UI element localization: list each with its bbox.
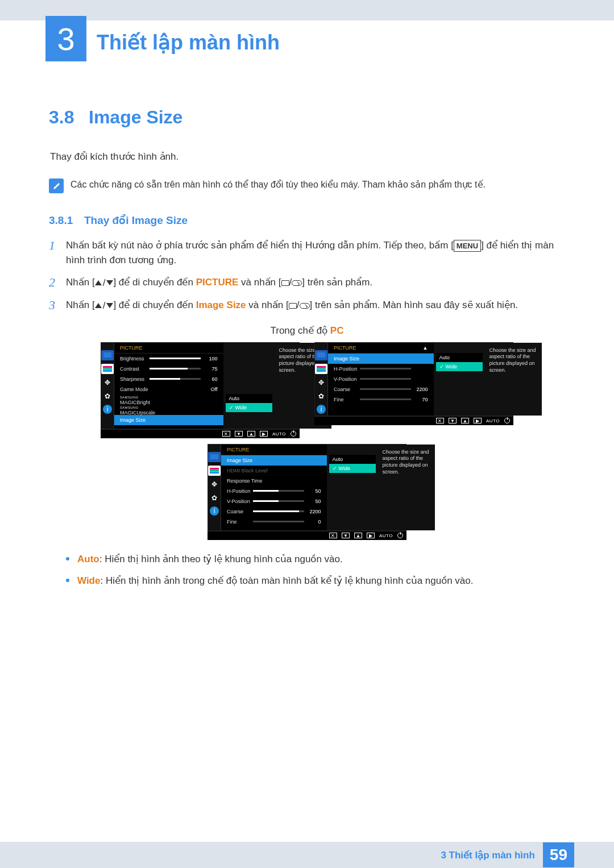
osd-footer: ✕ ▼ ▲ ▶ AUTO (314, 416, 513, 425)
right-icon: ▶ (367, 533, 375, 538)
osd-footer: ✕ ▼ ▲ ▶ AUTO (101, 429, 300, 438)
osd-row-imagesize: Image Size (328, 354, 434, 364)
color-tab-icon (101, 364, 114, 374)
osd-option-wide: Wide (329, 464, 376, 473)
info-tab-icon: i (317, 405, 326, 414)
osd-panel-1: ✥ ✿ i PICTURE Brightness 100 (101, 342, 300, 438)
svg-rect-6 (317, 368, 326, 369)
note-text: Các chức năng có sẵn trên màn hình có th… (70, 178, 486, 191)
osd-footer: ✕ ▼ ▲ ▶ AUTO (208, 531, 406, 540)
picture-tab-icon (101, 350, 114, 360)
bullet-dot-icon (66, 579, 69, 582)
osd-description: Choose the size and aspect ratio of the … (378, 445, 435, 530)
up-down-icon: / (95, 276, 114, 290)
info-tab-icon: i (103, 405, 112, 414)
up-icon: ▲ (461, 418, 469, 423)
section-title: Image Size (89, 107, 182, 128)
osd-title: PICTURE▲ (328, 343, 434, 354)
power-icon (397, 533, 403, 538)
osd-row-imagesize: Image Size (221, 455, 327, 466)
close-icon: ✕ (436, 418, 444, 423)
mode-label: Trong chế độ PC (49, 325, 565, 337)
svg-rect-1 (103, 366, 112, 368)
step-body-1: Nhấn bất kỳ nút nào ở phía trước sản phẩ… (66, 238, 565, 267)
chapter-title: Thiết lập màn hình (97, 31, 280, 55)
osd-row-sharpness: Sharpness 60 (114, 374, 223, 384)
osd-row-fine: Fine 0 (221, 517, 327, 527)
down-icon: ▼ (235, 431, 243, 437)
osd-row-magicbright: SAMSUNGMAGICBright (114, 394, 223, 405)
color-tab-icon (208, 466, 221, 476)
bullet-auto: Auto: Hiển thị hình ảnh theo tỷ lệ khung… (66, 553, 565, 567)
step-body-2: Nhấn [/] để di chuyển đến PICTURE và nhấ… (66, 275, 372, 290)
osd-row-contrast: Contrast 75 (114, 364, 223, 374)
osd-row-fine: Fine 70 (328, 394, 434, 405)
enter-icon (292, 280, 302, 286)
footer-page-number: 59 (543, 842, 574, 867)
size-tab-icon: ✥ (208, 479, 221, 489)
osd-option-auto: Auto (329, 455, 376, 464)
up-icon: ▲ (247, 431, 255, 437)
section-description: Thay đổi kích thước hình ảnh. (50, 151, 565, 163)
osd-row-magicupscale: SAMSUNGMAGICUpscale (114, 405, 223, 415)
osd-row-vposition: V-Position 50 (221, 496, 327, 506)
bullet-wide: Wide: Hiển thị hình ảnh trong chế độ toà… (66, 574, 565, 588)
settings-tab-icon: ✿ (208, 493, 221, 503)
chapter-number-box: 3 (45, 16, 86, 61)
osd-option-auto: Auto (436, 353, 483, 362)
osd-title: PICTURE (114, 343, 223, 354)
step-number-1: 1 (49, 238, 66, 253)
settings-tab-icon: ✿ (101, 391, 114, 401)
step-number-2: 2 (49, 275, 66, 290)
svg-rect-3 (103, 370, 112, 372)
svg-rect-10 (210, 470, 219, 471)
rect-icon (289, 303, 297, 309)
up-icon: ▲ (354, 533, 362, 538)
subsection-number: 3.8.1 (49, 214, 84, 227)
close-icon: ✕ (222, 431, 230, 437)
osd-row-hposition: H-Position (328, 364, 434, 374)
svg-rect-2 (103, 368, 112, 369)
svg-rect-5 (317, 366, 326, 368)
svg-rect-7 (317, 370, 326, 372)
power-icon (504, 418, 510, 423)
down-icon: ▼ (342, 533, 350, 538)
osd-option-auto: Auto (226, 394, 272, 403)
color-tab-icon (315, 364, 327, 374)
osd-row-brightness: Brightness 100 (114, 354, 223, 364)
osd-row-gamemode: Game Mode Off (114, 384, 223, 394)
size-tab-icon: ✥ (101, 377, 114, 388)
osd-panel-3: ✥ ✿ i PICTURE Image Size (208, 444, 406, 540)
subsection-title: Thay đổi Image Size (84, 214, 188, 227)
power-icon (291, 431, 296, 437)
osd-description: Choose the size and aspect ratio of the … (485, 343, 542, 416)
svg-rect-9 (210, 468, 219, 470)
section-number: 3.8 (49, 107, 89, 128)
osd-row-responsetime: Response Time (221, 476, 327, 486)
osd-row-imagesize: Image Size (114, 415, 223, 425)
svg-rect-4 (317, 352, 325, 358)
down-icon: ▼ (449, 418, 457, 423)
osd-row-coarse: Coarse 2200 (328, 384, 434, 394)
info-tab-icon: i (210, 506, 219, 516)
osd-option-wide: Wide (436, 362, 483, 371)
bullet-dot-icon (66, 557, 69, 560)
enter-icon (300, 303, 310, 309)
settings-tab-icon: ✿ (315, 391, 327, 401)
osd-row-hdmi-blacklevel: HDMI Black Level (221, 466, 327, 476)
step-number-3: 3 (49, 298, 66, 313)
picture-tab-icon (315, 350, 327, 360)
right-icon: ▶ (474, 418, 482, 423)
osd-panel-2: ✥ ✿ i PICTURE▲ Image Size (314, 342, 513, 438)
svg-rect-8 (210, 454, 218, 459)
up-down-icon: / (95, 298, 114, 313)
osd-option-wide: Wide (226, 403, 272, 412)
close-icon: ✕ (329, 533, 337, 538)
osd-row-coarse: Coarse 2200 (221, 506, 327, 517)
svg-rect-0 (103, 352, 111, 358)
rect-icon (281, 280, 289, 286)
picture-tab-icon (208, 452, 221, 462)
step-body-3: Nhấn [/] để di chuyển đến Image Size và … (66, 298, 518, 313)
osd-title: PICTURE (221, 445, 327, 455)
right-icon: ▶ (260, 431, 268, 437)
